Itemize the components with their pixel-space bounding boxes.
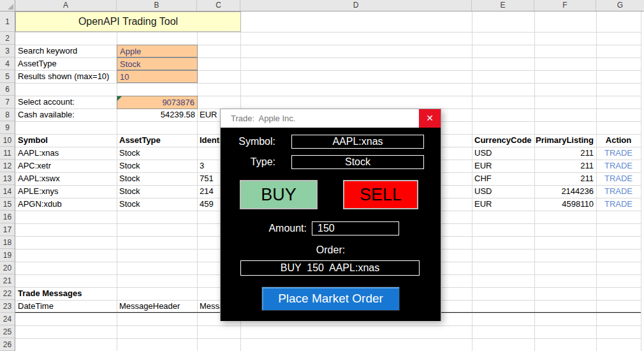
row-header[interactable]: 4 xyxy=(0,57,15,70)
row-header[interactable]: 3 xyxy=(0,45,15,57)
column-headers: ABCDEFG xyxy=(15,0,644,11)
cell-currency-code: EUR xyxy=(474,160,492,172)
close-button[interactable]: ✕ xyxy=(419,109,441,128)
cell-asset-type: Stock xyxy=(119,172,140,185)
column-header[interactable]: F xyxy=(534,0,596,11)
row-header[interactable]: 22 xyxy=(0,287,15,300)
cell-identifier: 459 xyxy=(200,198,214,211)
symbol-label: Symbol: xyxy=(221,135,275,149)
cell-asset-type: Stock xyxy=(119,147,140,160)
row-header[interactable]: 25 xyxy=(0,325,15,338)
column-header[interactable]: A xyxy=(15,0,117,11)
row-header[interactable]: 9 xyxy=(0,121,15,134)
row-header[interactable]: 14 xyxy=(0,185,15,198)
trade-link[interactable]: TRADE xyxy=(596,147,641,160)
cell-identifier: 3 xyxy=(200,160,204,172)
row-header[interactable]: 16 xyxy=(0,211,15,223)
trade-link[interactable]: TRADE xyxy=(596,172,641,185)
trade-link[interactable]: TRADE xyxy=(596,185,641,198)
cell-currency-code: USD xyxy=(474,185,492,198)
header-symbol: Symbol xyxy=(18,134,48,147)
order-label: Order: xyxy=(221,244,441,257)
row-header[interactable]: 1 xyxy=(0,11,15,32)
type-label: Type: xyxy=(221,155,275,169)
row-header[interactable]: 21 xyxy=(0,274,15,287)
header-datetime: DateTime xyxy=(18,300,54,313)
param-input-cell[interactable]: 10 xyxy=(117,70,198,83)
account-label: Select account: xyxy=(18,96,75,108)
row-header[interactable]: 7 xyxy=(0,96,15,108)
sell-button[interactable]: SELL xyxy=(343,180,418,209)
close-icon: ✕ xyxy=(426,113,434,123)
column-header[interactable]: E xyxy=(472,0,534,11)
column-header[interactable]: G xyxy=(596,0,644,11)
cell-symbol: APLE:xnys xyxy=(18,185,59,198)
row-header[interactable]: 23 xyxy=(0,300,15,313)
cell-symbol: APC:xetr xyxy=(18,160,51,172)
cell-symbol: AAPL:xswx xyxy=(18,172,60,185)
cell-asset-type: Stock xyxy=(119,185,140,198)
row-header[interactable]: 5 xyxy=(0,70,15,83)
cell-primary-listing: 2144236 xyxy=(534,185,594,198)
cell-asset-type: Stock xyxy=(119,160,140,172)
account-input-cell[interactable]: 9073876 xyxy=(117,96,198,109)
cell-currency-code: CHF xyxy=(474,172,492,185)
param-row: Results shown (max=10) 10 xyxy=(0,70,644,83)
dialog-body: Symbol: AAPL:xnas Type: Stock BUY SELL A… xyxy=(221,128,441,321)
trade-messages-title: Trade Messages xyxy=(18,287,82,300)
order-summary-box: BUY 150 AAPL:xnas xyxy=(240,260,420,276)
row-header[interactable]: 24 xyxy=(0,313,15,325)
cell-currency-code: EUR xyxy=(474,198,492,211)
cash-value: 54239.58 xyxy=(117,108,195,121)
row-header[interactable]: 8 xyxy=(0,108,15,121)
select-all-corner[interactable] xyxy=(0,0,15,11)
symbol-value-box: AAPL:xnas xyxy=(291,135,424,149)
param-label: Search keyword xyxy=(18,45,77,57)
row-header[interactable]: 2 xyxy=(0,32,15,45)
row-header[interactable]: 12 xyxy=(0,160,15,172)
header-currency-code: CurrencyCode xyxy=(474,134,532,147)
place-market-order-button[interactable]: Place Market Order xyxy=(261,287,400,311)
param-input-cell[interactable]: Stock xyxy=(117,57,198,70)
param-row: Search keyword Apple xyxy=(0,45,644,57)
cash-currency: EUR xyxy=(200,108,217,121)
amount-input[interactable]: 150 xyxy=(312,221,399,235)
param-row: AssetType Stock xyxy=(0,57,644,70)
cell-primary-listing: 4598110 xyxy=(534,198,594,211)
spreadsheet-app: ABCDEFG 12345678910111213141516171819202… xyxy=(0,0,644,351)
cell-primary-listing: 211 xyxy=(534,172,594,185)
row-header[interactable]: 6 xyxy=(0,83,15,96)
buy-button[interactable]: BUY xyxy=(240,180,318,209)
row-header[interactable]: 19 xyxy=(0,249,15,262)
row-header[interactable]: 15 xyxy=(0,198,15,211)
row-header[interactable]: 11 xyxy=(0,147,15,160)
header-asset-type: AssetType xyxy=(119,134,161,147)
param-input-cell[interactable]: Apple xyxy=(117,45,198,57)
row-header[interactable]: 10 xyxy=(0,134,15,147)
type-value-box: Stock xyxy=(291,155,424,169)
cell-symbol: APGN:xdub xyxy=(18,198,62,211)
row-headers: 1234567891011121314151617181920212223242… xyxy=(0,11,15,351)
row-header[interactable]: 20 xyxy=(0,262,15,274)
trade-link[interactable]: TRADE xyxy=(596,198,641,211)
cash-label: Cash available: xyxy=(18,108,75,121)
column-header[interactable]: B xyxy=(117,0,197,11)
row-header[interactable]: 26 xyxy=(0,338,15,351)
column-header[interactable]: C xyxy=(197,0,240,11)
row-header[interactable]: 18 xyxy=(0,236,15,249)
trade-link[interactable]: TRADE xyxy=(596,160,641,172)
cell-primary-listing: 211 xyxy=(534,160,594,172)
amount-label: Amount: xyxy=(256,221,307,235)
sheet-title-cell: OpenAPI Trading Tool xyxy=(15,11,241,32)
cell-currency-code: USD xyxy=(474,147,492,160)
param-label: AssetType xyxy=(18,57,57,70)
cell-symbol: AAPL:xnas xyxy=(18,147,59,160)
column-header[interactable]: D xyxy=(240,0,472,11)
cell-identifier: 751 xyxy=(200,172,214,185)
row-header[interactable]: 17 xyxy=(0,223,15,236)
header-primary-listing: PrimaryListing xyxy=(534,134,594,147)
trade-dialog: Trade: Apple Inc. ✕ Symbol: AAPL:xnas Ty… xyxy=(220,108,441,321)
cell-identifier: 214 xyxy=(200,185,214,198)
dialog-title-bar[interactable]: Trade: Apple Inc. ✕ xyxy=(221,109,441,128)
row-header[interactable]: 13 xyxy=(0,172,15,185)
